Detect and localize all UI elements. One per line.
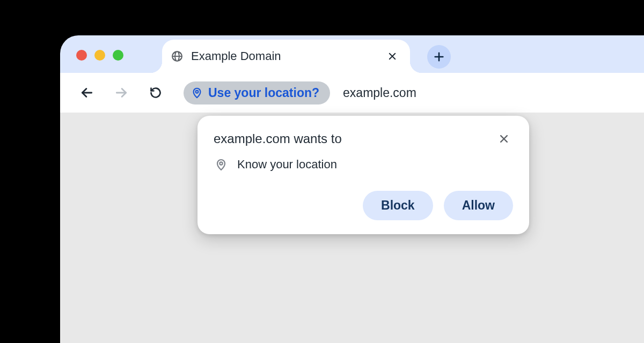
browser-toolbar: Use your location? example.com [60, 73, 644, 113]
browser-tab[interactable]: Example Domain [162, 40, 410, 73]
nav-back-button[interactable] [75, 81, 99, 105]
browser-window: Example Domain Us [60, 35, 644, 343]
window-close-button[interactable] [76, 50, 87, 61]
window-traffic-lights [76, 50, 123, 61]
allow-button[interactable]: Allow [444, 191, 513, 220]
permission-chip-label: Use your location? [208, 86, 319, 100]
permission-popup-title: example.com wants to [214, 131, 342, 146]
window-maximize-button[interactable] [113, 50, 123, 61]
location-pin-icon [191, 87, 203, 99]
window-minimize-button[interactable] [94, 50, 105, 61]
address-bar[interactable]: Use your location? example.com [184, 81, 416, 105]
tab-title: Example Domain [191, 49, 384, 63]
svg-point-1 [219, 162, 222, 165]
permission-popup-close-button[interactable] [495, 130, 513, 148]
address-text: example.com [343, 86, 416, 100]
tab-close-button[interactable] [384, 48, 400, 64]
permission-item-label: Know your location [237, 158, 337, 172]
block-button[interactable]: Block [363, 191, 433, 220]
location-pin-icon [215, 158, 228, 171]
permission-popup: example.com wants to Know your location … [197, 116, 529, 234]
nav-reload-button[interactable] [144, 81, 167, 105]
permission-item-row: Know your location [214, 158, 513, 172]
svg-point-0 [196, 91, 199, 93]
globe-icon [171, 50, 184, 63]
nav-forward-button[interactable] [109, 81, 133, 105]
permission-chip[interactable]: Use your location? [184, 81, 330, 105]
new-tab-button[interactable] [427, 45, 451, 69]
